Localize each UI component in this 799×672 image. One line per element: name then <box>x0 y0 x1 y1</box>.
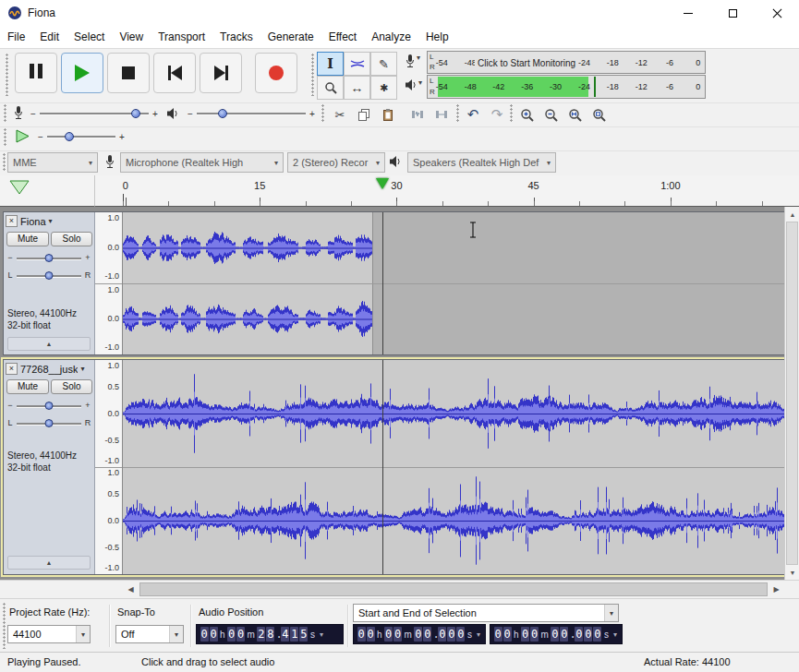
gain-slider[interactable]: − + <box>6 399 91 412</box>
copy-button[interactable] <box>353 104 375 125</box>
menu-file[interactable]: File <box>0 26 32 48</box>
zoom-grip[interactable] <box>510 104 514 123</box>
tool-draw[interactable]: ✎ <box>370 52 397 76</box>
scroll-right-button[interactable]: ▶ <box>769 582 784 597</box>
audio-position-field[interactable]: 00h 00m 28.415s ▾ <box>196 624 344 644</box>
snap-combo[interactable]: Off▾ <box>115 625 184 643</box>
slider-thumb[interactable] <box>45 402 54 410</box>
pause-button[interactable] <box>15 53 57 93</box>
selection-start-field[interactable]: 00h 00m 00.000s ▾ <box>353 624 486 644</box>
mute-button[interactable]: Mute <box>6 379 49 394</box>
chevron-down-icon[interactable]: ▾ <box>418 78 422 87</box>
menu-transport[interactable]: Transport <box>151 26 212 48</box>
waveform-canvas[interactable] <box>123 212 784 283</box>
recording-volume-slider[interactable]: − + <box>30 105 159 122</box>
zoom-out-button[interactable] <box>539 104 562 125</box>
close-button[interactable] <box>755 0 799 26</box>
menu-analyze[interactable]: Analyze <box>364 26 418 48</box>
tools-grip[interactable] <box>311 54 315 96</box>
host-combo[interactable]: MME▾ <box>7 152 98 173</box>
quickplay-triangle-icon[interactable] <box>9 180 30 196</box>
stop-button[interactable] <box>107 53 150 93</box>
tool-timeshift[interactable]: ↔ <box>344 76 370 100</box>
collapse-button[interactable]: ▲ <box>7 556 91 570</box>
skip-start-button[interactable] <box>153 53 196 93</box>
edit-grip[interactable] <box>321 104 325 123</box>
mixer-grip[interactable] <box>4 104 7 123</box>
input-channels-combo[interactable]: 2 (Stereo) Recor▾ <box>287 152 385 173</box>
skip-end-button[interactable] <box>200 53 242 93</box>
solo-button[interactable]: Solo <box>51 232 92 246</box>
track-menu-icon[interactable]: ▾ <box>49 217 53 225</box>
chevron-down-icon[interactable]: ▾ <box>417 54 420 62</box>
track-name[interactable]: Fiona <box>20 216 46 227</box>
track-waveform-area[interactable] <box>123 360 784 574</box>
output-device-combo[interactable]: Speakers (Realtek High Def▾ <box>407 152 556 173</box>
title-bar[interactable]: Fiona <box>0 0 799 26</box>
record-button[interactable] <box>255 53 297 93</box>
scroll-up-button[interactable]: ▲ <box>785 207 799 222</box>
menu-view[interactable]: View <box>112 26 151 48</box>
selection-mode-combo[interactable]: Start and End of Selection▾ <box>353 604 619 622</box>
waveform-canvas[interactable] <box>123 360 784 467</box>
timeline-scale[interactable]: 0 15 30 45 1:00 <box>123 175 784 206</box>
vertical-ruler[interactable]: 1.0 0.5 0.0 -0.5 -1.0 1.0 0.5 0.0 -0.5 -… <box>95 360 123 574</box>
timeline-corner[interactable] <box>0 175 95 207</box>
vertical-ruler[interactable]: 1.0 0.0 -1.0 1.0 0.0 -1.0 <box>95 212 123 354</box>
selection-end-field[interactable]: 00h 00m 00.000s ▾ <box>490 624 623 644</box>
play-speed-slider[interactable]: − + <box>37 128 126 145</box>
chevron-down-icon[interactable]: ▾ <box>477 630 480 639</box>
tool-selection[interactable]: I <box>317 52 344 76</box>
track-menu-icon[interactable]: ▾ <box>80 365 84 373</box>
slider-thumb[interactable] <box>45 419 54 427</box>
collapse-button[interactable]: ▲ <box>7 337 91 351</box>
play-at-speed-button[interactable] <box>15 129 30 143</box>
minimize-button[interactable] <box>666 0 710 26</box>
play-button[interactable] <box>61 53 103 93</box>
transport-grip[interactable] <box>6 54 9 96</box>
menu-effect[interactable]: Effect <box>321 26 364 48</box>
slider-thumb[interactable] <box>131 109 140 118</box>
silence-button[interactable] <box>430 104 453 125</box>
menu-help[interactable]: Help <box>418 26 456 48</box>
waveform-canvas[interactable] <box>123 283 784 354</box>
monitoring-message[interactable]: Click to Start Monitoring <box>475 57 578 67</box>
slider-thumb[interactable] <box>45 271 54 280</box>
waveform-canvas[interactable] <box>123 467 784 574</box>
slider-groove[interactable] <box>197 108 306 119</box>
undo-grip[interactable] <box>456 104 460 123</box>
scroll-left-button[interactable]: ◀ <box>123 582 139 597</box>
playspeed-grip[interactable] <box>4 128 7 147</box>
trim-button[interactable] <box>406 104 429 125</box>
maximize-button[interactable] <box>710 0 755 26</box>
track-close-button[interactable]: × <box>6 363 18 375</box>
scrollbar-thumb[interactable] <box>786 222 798 565</box>
menu-tracks[interactable]: Tracks <box>212 26 260 48</box>
fit-selection-button[interactable] <box>563 104 586 125</box>
menu-generate[interactable]: Generate <box>260 26 321 48</box>
slider-thumb[interactable] <box>218 109 227 118</box>
record-meter-mic[interactable]: ▾ <box>405 54 420 68</box>
device-grip[interactable] <box>3 153 6 172</box>
playback-volume-slider[interactable]: − + <box>187 105 316 122</box>
pan-slider[interactable]: L R <box>6 416 91 429</box>
chevron-down-icon[interactable]: ▾ <box>613 630 617 639</box>
recording-meter[interactable]: L R -54 -48 -42 -36 -30 -24 -18 -12 -6 0… <box>427 51 706 74</box>
zoom-in-button[interactable] <box>515 104 538 125</box>
fit-project-button[interactable] <box>587 104 610 125</box>
tool-multi[interactable]: ✱ <box>370 76 397 100</box>
mute-button[interactable]: Mute <box>6 232 49 246</box>
playback-meter[interactable]: L R -54 -48 -42 -36 -30 -24 -18 -12 -6 0 <box>427 75 706 99</box>
vertical-scrollbar[interactable]: ▲ ▼ <box>784 207 799 580</box>
scroll-down-button[interactable]: ▼ <box>785 565 799 580</box>
timeline-ruler[interactable]: 0 15 30 45 1:00 <box>95 175 799 207</box>
playback-meter-speaker[interactable]: ▾ <box>405 78 422 91</box>
tool-envelope[interactable] <box>344 52 370 76</box>
solo-button[interactable]: Solo <box>51 379 92 394</box>
slider-groove[interactable] <box>40 108 149 119</box>
track-waveform-area[interactable] <box>123 212 784 354</box>
track-1[interactable]: × Fiona ▾ Mute Solo − + L R Stereo, 4410… <box>4 212 784 354</box>
slider-groove[interactable] <box>47 131 115 142</box>
slider-thumb[interactable] <box>45 254 54 262</box>
track-canvas-area[interactable]: × Fiona ▾ Mute Solo − + L R Stereo, 4410… <box>0 207 799 580</box>
